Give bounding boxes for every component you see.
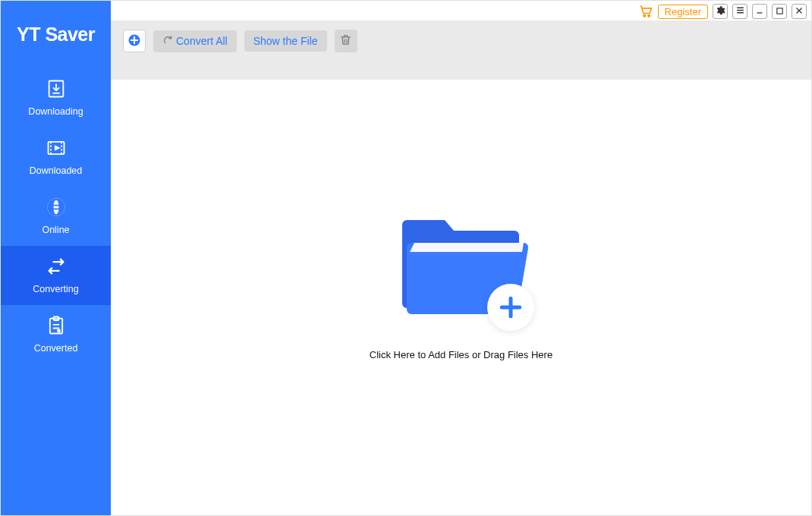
- close-button[interactable]: [792, 4, 807, 19]
- maximize-button[interactable]: [772, 4, 787, 19]
- plus-icon: [487, 284, 534, 331]
- globe-icon: [45, 196, 68, 219]
- sidebar-item-converting[interactable]: Converting: [1, 246, 111, 305]
- register-button[interactable]: Register: [658, 5, 708, 19]
- sidebar-item-label: Downloaded: [30, 165, 83, 176]
- titlebar: Register: [111, 1, 811, 20]
- folder-add-icon: [393, 205, 530, 326]
- trash-button[interactable]: [335, 30, 357, 52]
- menu-icon: [735, 5, 745, 17]
- settings-button[interactable]: [713, 4, 728, 19]
- sidebar-item-downloaded[interactable]: Downloaded: [1, 127, 111, 187]
- plus-circle-icon: [127, 33, 142, 50]
- sidebar-item-label: Converted: [34, 343, 78, 354]
- add-button[interactable]: [123, 30, 146, 52]
- convert-all-label: Convert All: [176, 35, 228, 47]
- sidebar-item-converted[interactable]: Converted: [1, 305, 111, 364]
- sidebar-items: Downloading Downloaded Online: [1, 68, 111, 364]
- sidebar-item-label: Downloading: [28, 106, 83, 117]
- drop-zone-inner: Click Here to Add Files or Drag Files He…: [370, 205, 552, 360]
- sidebar-item-label: Converting: [33, 284, 78, 294]
- convert-all-button[interactable]: Convert All: [153, 30, 237, 52]
- sidebar: YT Saver Downloading Downloaded: [1, 1, 111, 515]
- sidebar-item-label: Online: [42, 225, 69, 235]
- menu-button[interactable]: [732, 4, 747, 19]
- gear-icon: [715, 5, 725, 18]
- app-title: YT Saver: [1, 1, 111, 68]
- show-file-label: Show the File: [253, 35, 318, 47]
- sidebar-item-downloading[interactable]: Downloading: [1, 68, 111, 127]
- drop-zone[interactable]: Click Here to Add Files or Drag Files He…: [111, 80, 811, 515]
- drop-text: Click Here to Add Files or Drag Files He…: [370, 349, 552, 360]
- svg-rect-8: [776, 8, 782, 13]
- toolbar: Convert All Show the File: [111, 20, 811, 80]
- maximize-icon: [776, 6, 784, 17]
- video-icon: [45, 137, 68, 159]
- download-icon: [45, 77, 68, 100]
- clipboard-icon: [45, 314, 68, 337]
- cart-icon[interactable]: [638, 4, 653, 19]
- convert-icon: [45, 255, 68, 278]
- minimize-button[interactable]: [752, 4, 767, 19]
- sidebar-item-online[interactable]: Online: [1, 187, 111, 246]
- close-icon: [795, 6, 804, 17]
- svg-point-7: [647, 15, 650, 17]
- trash-icon: [339, 33, 352, 49]
- refresh-icon: [162, 35, 173, 48]
- svg-point-6: [644, 15, 646, 17]
- show-file-button[interactable]: Show the File: [244, 30, 327, 52]
- minimize-icon: [755, 6, 764, 17]
- main: Register: [111, 1, 811, 515]
